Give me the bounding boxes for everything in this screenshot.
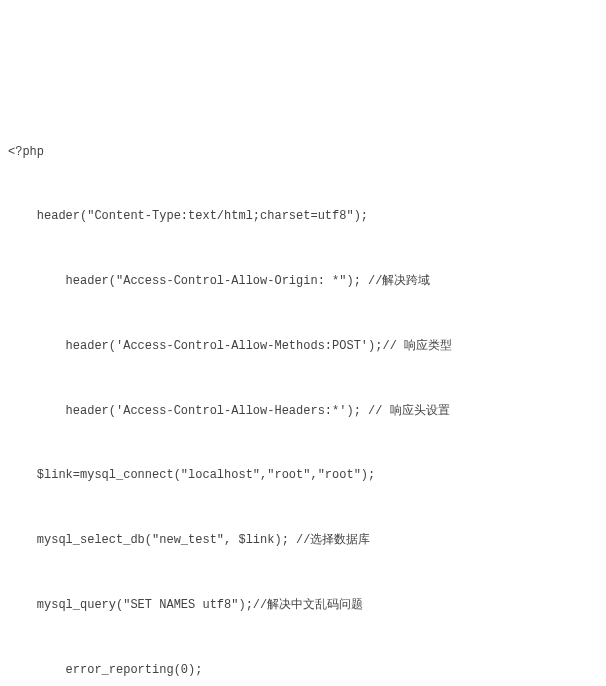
code-block: <?php header("Content-Type:text/html;cha… (8, 98, 598, 686)
code-line: mysql_select_db("new_test", $link); //选择… (8, 530, 598, 552)
code-line: $link=mysql_connect("localhost","root","… (8, 465, 598, 487)
code-line: error_reporting(0); (8, 660, 598, 682)
code-line: header('Access-Control-Allow-Headers:*')… (8, 401, 598, 423)
code-line: header("Content-Type:text/html;charset=u… (8, 206, 598, 228)
code-line: <?php (8, 142, 598, 164)
code-line: mysql_query("SET NAMES utf8");//解决中文乱码问题 (8, 595, 598, 617)
code-line: header('Access-Control-Allow-Methods:POS… (8, 336, 598, 358)
code-line: header("Access-Control-Allow-Origin: *")… (8, 271, 598, 293)
